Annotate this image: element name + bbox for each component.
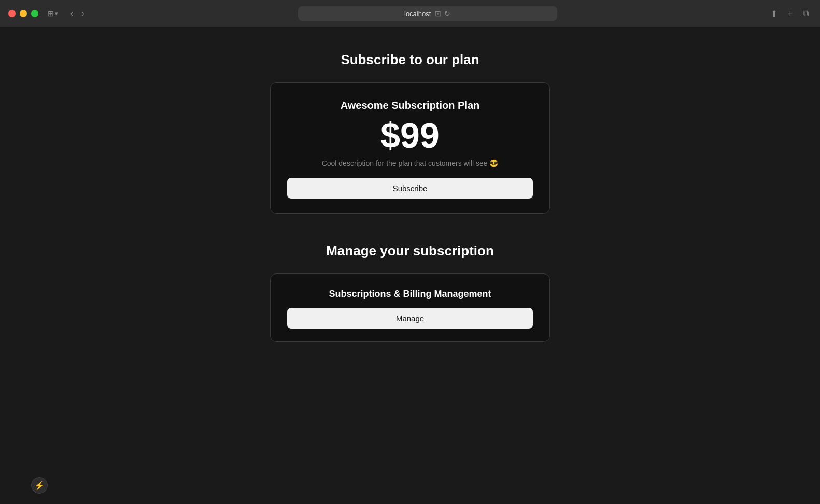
subscribe-button[interactable]: Subscribe (287, 178, 533, 199)
close-button[interactable] (8, 10, 16, 17)
browser-chrome: ⊞ ▾ ‹ › localhost ⊡ ↻ ⬆ + ⧉ (0, 0, 820, 27)
subscribe-section-title: Subscribe to our plan (341, 52, 479, 68)
url-text: localhost (404, 10, 431, 18)
forward-button[interactable]: › (78, 7, 87, 20)
traffic-lights (8, 10, 38, 17)
plan-price: $99 (380, 118, 439, 153)
share-button[interactable]: ⬆ (768, 7, 781, 21)
back-button[interactable]: ‹ (67, 7, 76, 20)
lightning-icon: ⚡ (31, 477, 48, 494)
plan-name: Awesome Subscription Plan (341, 99, 480, 111)
browser-right-controls: ⬆ + ⧉ (768, 7, 812, 21)
manage-section: Manage your subscription Subscriptions &… (270, 243, 550, 342)
page-content: Subscribe to our plan Awesome Subscripti… (0, 27, 820, 504)
title-bar: ⊞ ▾ ‹ › localhost ⊡ ↻ ⬆ + ⧉ (0, 0, 820, 27)
maximize-button[interactable] (31, 10, 38, 17)
new-tab-button[interactable]: + (785, 7, 796, 20)
address-bar-icons: ⊡ ↻ (435, 9, 450, 18)
manage-section-title: Manage your subscription (326, 243, 494, 259)
browser-nav-controls: ‹ › (67, 7, 88, 20)
minimize-button[interactable] (20, 10, 27, 17)
plan-description: Cool description for the plan that custo… (322, 159, 499, 167)
manage-card: Subscriptions & Billing Management Manag… (270, 273, 550, 342)
sidebar-icon: ⊞ (48, 9, 54, 18)
reload-icon: ↻ (444, 9, 450, 18)
lightning-symbol: ⚡ (34, 481, 45, 491)
sidebar-toggle-button[interactable]: ⊞ ▾ (45, 7, 61, 20)
sidebar-chevron-icon: ▾ (55, 10, 58, 17)
manage-card-title: Subscriptions & Billing Management (329, 289, 491, 299)
address-bar[interactable]: localhost ⊡ ↻ (298, 6, 557, 21)
subscribe-section: Subscribe to our plan Awesome Subscripti… (270, 52, 550, 214)
reader-view-icon: ⊡ (435, 9, 441, 18)
plan-card: Awesome Subscription Plan $99 Cool descr… (270, 82, 550, 214)
address-bar-wrapper: localhost ⊡ ↻ (94, 6, 761, 21)
tab-overview-button[interactable]: ⧉ (800, 7, 812, 20)
manage-button[interactable]: Manage (287, 308, 533, 329)
